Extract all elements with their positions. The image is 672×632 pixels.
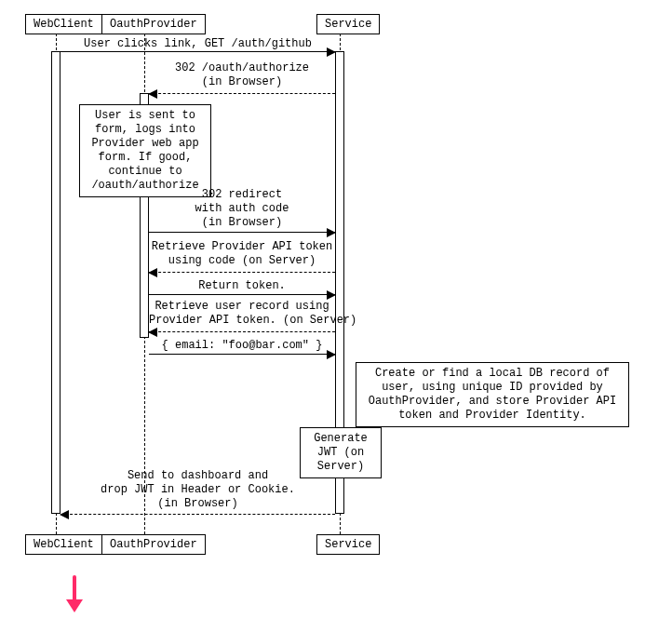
participant-service-bottom: Service: [316, 534, 380, 555]
label-m5: Return token.: [149, 279, 335, 293]
participant-webclient-top: WebClient: [25, 14, 102, 34]
svg-marker-1: [66, 599, 83, 612]
sequence-diagram: WebClient OauthProvider Service User cli…: [0, 0, 672, 632]
participant-service-top: Service: [316, 14, 380, 34]
down-arrow-icon: [63, 575, 86, 612]
arrow-m8: [60, 514, 335, 515]
label-m1: User clicks link, GET /auth/github: [60, 37, 335, 51]
note-login-form: User is sent to form, logs into Provider…: [79, 104, 211, 197]
label-m6: Retrieve user record using Provider API …: [149, 300, 335, 328]
arrow-m1: [60, 51, 335, 52]
arrow-m7: [149, 354, 335, 355]
arrow-m2: [149, 93, 335, 94]
participant-oauthprovider-bottom: OauthProvider: [101, 534, 206, 555]
arrow-m3: [149, 232, 335, 233]
arrow-m4: [149, 272, 335, 273]
activation-webclient: [51, 51, 60, 514]
label-m7: { email: "foo@bar.com" }: [149, 339, 335, 353]
arrow-m6: [149, 331, 335, 332]
label-m4: Retrieve Provider API token using code (…: [149, 240, 335, 268]
label-m3: 302 redirect with auth code (in Browser): [149, 188, 335, 230]
label-m8: Send to dashboard and drop JWT in Header…: [60, 469, 335, 511]
participant-oauthprovider-top: OauthProvider: [101, 14, 206, 34]
participant-webclient-bottom: WebClient: [25, 534, 102, 555]
note-db-record: Create or find a local DB record of user…: [356, 362, 629, 427]
label-m2: 302 /oauth/authorize (in Browser): [149, 61, 335, 89]
arrow-m5: [149, 294, 335, 295]
